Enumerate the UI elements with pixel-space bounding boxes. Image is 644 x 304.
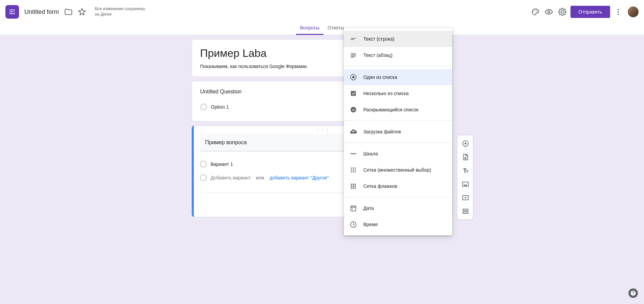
svg-point-4 (537, 11, 537, 12)
svg-rect-29 (353, 184, 354, 185)
linear-scale-icon (349, 150, 357, 158)
svg-point-3 (536, 10, 536, 10)
menu-item-paragraph[interactable]: Текст (абзац) (344, 47, 452, 63)
forms-logo[interactable] (5, 5, 19, 19)
menu-item-label: Несколько из списка (363, 91, 409, 96)
svg-point-2 (534, 10, 535, 10)
question-type-menu[interactable]: Текст (строка)Текст (абзац)Один из списк… (344, 28, 452, 235)
menu-item-mc-grid[interactable]: Сетка (множественный выбор) (344, 162, 452, 178)
preview-button[interactable] (542, 5, 556, 19)
form-tabs: Вопросы Ответы (0, 22, 644, 35)
menu-item-label: Время (363, 222, 378, 227)
app-header: Untitled form Все изменения сохранены на… (0, 0, 644, 22)
video-icon (462, 194, 469, 201)
save-status: Все изменения сохранены на Диске (95, 6, 145, 17)
account-avatar[interactable] (628, 6, 639, 17)
add-option-placeholder[interactable]: Добавить вариант (211, 175, 251, 180)
add-other-link[interactable]: добавить вариант "Другое" (269, 175, 329, 180)
menu-item-file-upload[interactable]: Загрузка файлов (344, 124, 452, 140)
svg-rect-36 (354, 188, 356, 189)
svg-rect-11 (463, 212, 468, 214)
menu-item-label: Сетка (множественный выбор) (363, 167, 431, 173)
svg-point-0 (14, 12, 15, 13)
star-button[interactable] (75, 5, 89, 19)
menu-item-dropdown[interactable]: Раскрывающийся список (344, 102, 452, 118)
save-status-line2: на Диске (95, 12, 145, 17)
title-icon (462, 167, 469, 174)
svg-point-15 (350, 107, 356, 113)
menu-item-checkboxes[interactable]: Несколько из списка (344, 85, 452, 102)
svg-rect-35 (353, 188, 354, 189)
option-label[interactable]: Вариант 1 (211, 161, 233, 167)
menu-item-label: Текст (строка) (363, 36, 395, 42)
subject-icon (349, 51, 357, 59)
svg-rect-14 (351, 91, 356, 96)
gear-icon (558, 8, 566, 16)
form-canvas: Пример Laba Показываем, как пользоваться… (0, 35, 644, 304)
radio-icon (200, 174, 207, 181)
radio-icon (200, 104, 207, 110)
svg-point-21 (354, 168, 356, 169)
short-text-icon (349, 35, 357, 43)
image-icon (462, 180, 469, 188)
radio-icon (349, 73, 357, 81)
svg-point-1 (533, 11, 534, 12)
help-icon (630, 290, 636, 296)
eye-icon (545, 8, 553, 16)
section-icon (462, 208, 469, 215)
svg-rect-28 (351, 184, 352, 185)
grid-dots-icon (349, 166, 357, 174)
menu-item-label: Загрузка файлов (363, 129, 401, 134)
menu-item-label: Раскрывающийся список (363, 107, 418, 112)
add-section-button[interactable] (457, 204, 474, 218)
svg-rect-33 (354, 186, 356, 187)
cloud-upload-icon (349, 128, 357, 136)
menu-item-label: Сетка флажков (363, 183, 397, 189)
add-circle-icon (462, 140, 469, 147)
svg-point-20 (353, 168, 354, 169)
or-text (252, 175, 253, 180)
svg-point-27 (354, 171, 356, 173)
import-questions-button[interactable] (457, 150, 474, 164)
menu-item-date[interactable]: Дата (344, 200, 452, 216)
palette-icon (531, 8, 539, 16)
add-image-button[interactable] (457, 177, 474, 191)
import-icon (462, 153, 469, 161)
menu-item-cb-grid[interactable]: Сетка флажков (344, 178, 452, 194)
checkbox-icon (349, 89, 357, 97)
send-button[interactable]: Отправить (570, 6, 610, 18)
customize-theme-button[interactable] (528, 5, 542, 19)
side-toolbar (457, 135, 473, 220)
menu-divider (344, 121, 452, 121)
menu-divider (344, 143, 452, 143)
svg-point-25 (351, 171, 352, 173)
add-video-button[interactable] (457, 191, 474, 204)
add-title-button[interactable] (457, 164, 474, 177)
svg-point-19 (351, 168, 352, 169)
move-to-folder-button[interactable] (62, 5, 75, 19)
tab-questions[interactable]: Вопросы (296, 22, 324, 35)
svg-rect-34 (351, 188, 352, 189)
svg-rect-30 (354, 184, 356, 185)
form-title-input[interactable]: Untitled form (24, 8, 59, 16)
menu-item-short-answer[interactable]: Текст (строка) (344, 31, 452, 47)
help-button[interactable] (628, 288, 638, 298)
menu-item-label: Дата (363, 205, 374, 211)
svg-point-23 (353, 169, 354, 171)
option-label: Option 1 (211, 104, 229, 110)
more-vert-icon (614, 8, 622, 16)
svg-rect-37 (351, 206, 356, 211)
more-menu-button[interactable] (611, 5, 625, 19)
menu-item-time[interactable]: Время (344, 216, 452, 233)
menu-item-multiple-choice[interactable]: Один из списка (344, 69, 452, 85)
or-text: или (256, 175, 264, 180)
dropdown-circle-icon (349, 106, 357, 114)
menu-item-linear-scale[interactable]: Шкала (344, 146, 452, 162)
grid-squares-icon (349, 182, 357, 190)
settings-button[interactable] (556, 5, 569, 19)
svg-rect-38 (352, 209, 353, 210)
add-question-button[interactable] (457, 137, 474, 150)
svg-point-6 (618, 9, 619, 10)
drag-handle-icon[interactable]: ⋮⋮⋮ (316, 128, 330, 133)
svg-rect-10 (463, 209, 468, 211)
